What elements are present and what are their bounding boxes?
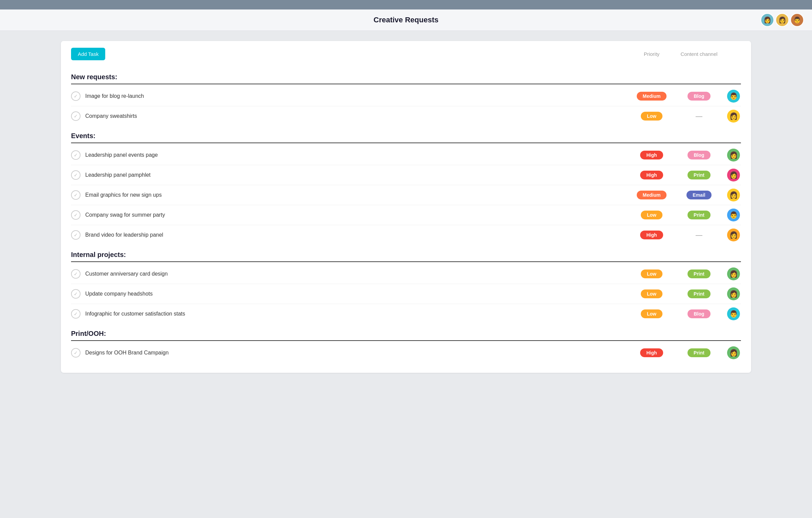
section-print-ooh: Print/OOH:✓Designs for OOH Brand Campaig… [71, 324, 741, 363]
task-channel[interactable]: Print [679, 269, 719, 278]
task-channel[interactable]: Blog [679, 92, 719, 101]
add-task-button[interactable]: Add Task [71, 48, 105, 60]
main-content: Add Task Priority Content channel New re… [0, 31, 812, 383]
top-bar [0, 0, 812, 9]
task-row: ✓Company swag for summer partyLowPrint👨 [71, 205, 741, 225]
section-heading-events: Events: [71, 126, 741, 143]
task-row: ✓Email graphics for new sign upsMediumEm… [71, 185, 741, 205]
task-avatar[interactable]: 👩 [726, 229, 741, 241]
task-avatar[interactable]: 👩 [726, 287, 741, 300]
task-avatar[interactable]: 👩 [726, 267, 741, 280]
task-avatar[interactable]: 👩 [726, 149, 741, 161]
task-checkbox[interactable]: ✓ [71, 230, 81, 240]
task-checkbox[interactable]: ✓ [71, 111, 81, 121]
avatar-3[interactable]: 👨 [790, 13, 804, 27]
task-priority[interactable]: Medium [631, 191, 672, 199]
task-name: Company sweatshirts [85, 113, 631, 119]
task-row: ✓Brand video for leadership panelHigh—👩 [71, 225, 741, 245]
task-checkbox[interactable]: ✓ [71, 170, 81, 180]
task-channel[interactable]: Print [679, 289, 719, 298]
section-new-requests: New requests:✓Image for blog re-launchMe… [71, 67, 741, 126]
task-row: ✓Infographic for customer satisfaction s… [71, 304, 741, 324]
section-heading-print-ooh: Print/OOH: [71, 324, 741, 341]
task-priority[interactable]: Low [631, 289, 672, 298]
task-avatar[interactable]: 👩 [726, 346, 741, 359]
task-row: ✓Image for blog re-launchMediumBlog👨 [71, 86, 741, 106]
task-name: Leadership panel pamphlet [85, 172, 631, 178]
header-avatars: 👩 👩 👨 [761, 13, 804, 27]
task-avatar[interactable]: 👩 [726, 189, 741, 201]
task-checkbox[interactable]: ✓ [71, 91, 81, 101]
toolbar: Add Task Priority Content channel [71, 48, 741, 60]
task-priority[interactable]: High [631, 348, 672, 357]
task-name: Designs for OOH Brand Campaign [85, 350, 631, 356]
task-name: Update company headshots [85, 291, 631, 297]
task-name: Infographic for customer satisfaction st… [85, 311, 631, 317]
task-avatar[interactable]: 👩 [726, 169, 741, 181]
task-row: ✓Customer anniversary card designLowPrin… [71, 264, 741, 284]
task-priority[interactable]: Low [631, 309, 672, 318]
task-row: ✓Update company headshotsLowPrint👩 [71, 284, 741, 304]
task-checkbox[interactable]: ✓ [71, 150, 81, 160]
task-channel[interactable]: Print [679, 211, 719, 219]
priority-col-header: Priority [631, 51, 672, 57]
task-channel[interactable]: Email [679, 191, 719, 199]
task-avatar[interactable]: 👩 [726, 110, 741, 123]
section-internal-projects: Internal projects:✓Customer anniversary … [71, 245, 741, 324]
section-heading-new-requests: New requests: [71, 67, 741, 84]
header: Creative Requests 👩 👩 👨 [0, 9, 812, 31]
task-priority[interactable]: High [631, 231, 672, 239]
task-name: Leadership panel events page [85, 152, 631, 158]
task-priority[interactable]: Medium [631, 92, 672, 101]
task-row: ✓Company sweatshirtsLow—👩 [71, 106, 741, 126]
task-priority[interactable]: Low [631, 211, 672, 219]
task-priority[interactable]: Low [631, 269, 672, 278]
column-headers: Priority Content channel [631, 51, 741, 57]
task-checkbox[interactable]: ✓ [71, 190, 81, 200]
task-row: ✓Leadership panel events pageHighBlog👩 [71, 145, 741, 165]
page-title: Creative Requests [374, 16, 438, 24]
task-channel[interactable]: Blog [679, 151, 719, 159]
sections-container: New requests:✓Image for blog re-launchMe… [71, 67, 741, 363]
task-name: Brand video for leadership panel [85, 232, 631, 238]
task-priority[interactable]: Low [631, 112, 672, 121]
task-checkbox[interactable]: ✓ [71, 210, 81, 220]
task-channel[interactable]: — [679, 231, 719, 239]
task-name: Company swag for summer party [85, 212, 631, 218]
task-avatar[interactable]: 👨 [726, 209, 741, 221]
task-row: ✓Designs for OOH Brand CampaignHighPrint… [71, 343, 741, 363]
task-checkbox[interactable]: ✓ [71, 269, 81, 279]
channel-col-header: Content channel [679, 51, 719, 57]
task-priority[interactable]: High [631, 151, 672, 159]
section-events: Events:✓Leadership panel events pageHigh… [71, 126, 741, 245]
task-card: Add Task Priority Content channel New re… [61, 41, 751, 373]
task-avatar[interactable]: 👨 [726, 90, 741, 103]
avatar-1[interactable]: 👩 [761, 13, 774, 27]
task-checkbox[interactable]: ✓ [71, 348, 81, 358]
section-heading-internal-projects: Internal projects: [71, 245, 741, 262]
task-name: Customer anniversary card design [85, 271, 631, 277]
task-channel[interactable]: Print [679, 348, 719, 357]
avatar-2[interactable]: 👩 [775, 13, 789, 27]
task-channel[interactable]: — [679, 112, 719, 120]
task-channel[interactable]: Print [679, 171, 719, 179]
task-channel[interactable]: Blog [679, 309, 719, 318]
task-checkbox[interactable]: ✓ [71, 309, 81, 319]
task-name: Email graphics for new sign ups [85, 192, 631, 198]
task-avatar[interactable]: 👨 [726, 307, 741, 320]
task-checkbox[interactable]: ✓ [71, 289, 81, 299]
task-priority[interactable]: High [631, 171, 672, 179]
task-name: Image for blog re-launch [85, 93, 631, 99]
task-row: ✓Leadership panel pamphletHighPrint👩 [71, 165, 741, 185]
